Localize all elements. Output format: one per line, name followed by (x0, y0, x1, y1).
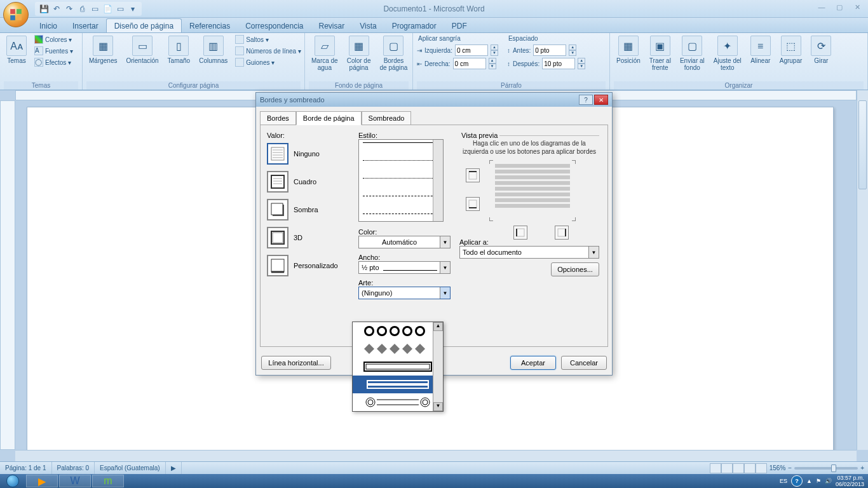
columnas-button[interactable]: ▥Columnas (196, 34, 230, 65)
zoom-slider[interactable] (794, 467, 858, 470)
border-left-button[interactable] (513, 226, 527, 240)
tab-diseno-pagina[interactable]: Diseño de página (106, 18, 182, 32)
guiones-button[interactable]: Guiones ▾ (234, 57, 302, 67)
status-language[interactable]: Español (Guatemala) (95, 462, 166, 474)
aplicar-combo[interactable]: Todo el documento▼ (459, 246, 599, 259)
tamano-button[interactable]: ▯Tamaño (165, 34, 193, 65)
status-macro-icon[interactable]: ▶ (166, 462, 182, 474)
saltos-button[interactable]: Saltos ▾ (234, 34, 302, 44)
start-button[interactable] (0, 474, 25, 488)
margenes-button[interactable]: ▦Márgenes (86, 34, 119, 65)
girar-button[interactable]: ⟳Girar (808, 34, 834, 65)
bordes-pagina-button[interactable]: ▢Bordes de página (377, 34, 410, 72)
temas-button[interactable]: Aᴀ Temas (4, 34, 29, 65)
tray-volume-icon[interactable]: 🔊 (825, 478, 832, 484)
tab-sombreado[interactable]: Sombreado (362, 111, 412, 125)
agrupar-button[interactable]: ⬚Agrupar (777, 34, 805, 65)
tray-flag-icon[interactable]: ⚑ (816, 478, 821, 484)
art-option-1[interactable] (353, 322, 443, 340)
posicion-button[interactable]: ▦Posición (614, 34, 643, 65)
minimize-button[interactable]: — (813, 1, 830, 13)
vertical-scrollbar[interactable] (857, 90, 868, 450)
tab-inicio[interactable]: Inicio (32, 19, 65, 32)
tab-correspondencia[interactable]: Correspondencia (238, 19, 311, 32)
qat-open-icon[interactable]: 📄 (102, 4, 112, 14)
enviar-fondo-button[interactable]: ▢Enviar al fondo (677, 34, 707, 72)
traer-frente-button[interactable]: ▣Traer al frente (647, 34, 674, 72)
zoom-out-button[interactable]: − (788, 464, 792, 471)
numeros-linea-button[interactable]: Números de línea ▾ (234, 46, 302, 56)
setting-sombra[interactable]: Sombra (267, 199, 349, 220)
scroll-thumb[interactable] (858, 100, 867, 189)
border-right-button[interactable] (555, 226, 569, 240)
alinear-button[interactable]: ≡Alinear (748, 34, 773, 65)
close-button[interactable]: ✕ (849, 1, 865, 13)
qat-redo-icon[interactable]: ↷ (64, 4, 74, 14)
derecha-input[interactable] (453, 58, 486, 69)
office-button[interactable] (3, 2, 29, 27)
antes-spinner[interactable]: ▲▼ (569, 44, 576, 56)
zoom-in-button[interactable]: + (860, 464, 864, 471)
tray-clock[interactable]: 03:57 p.m. 06/02/2013 (836, 475, 864, 487)
setting-3d[interactable]: 3D (267, 227, 349, 248)
qat-print-icon[interactable]: ⎙ (77, 4, 87, 14)
scroll-up-icon[interactable]: ▲ (433, 322, 443, 331)
border-top-button[interactable] (466, 168, 480, 182)
tray-help-icon[interactable]: ? (791, 475, 803, 487)
aceptar-button[interactable]: Aceptar (510, 356, 556, 370)
maximize-button[interactable]: ▢ (831, 1, 848, 13)
tab-revisar[interactable]: Revisar (311, 19, 353, 32)
task-media-player[interactable]: ▶ (26, 475, 58, 487)
border-bottom-button[interactable] (466, 197, 480, 211)
setting-personalizado[interactable]: Personalizado (267, 255, 349, 276)
orientacion-button[interactable]: ▭Orientación (123, 34, 161, 65)
task-word[interactable]: W (59, 475, 91, 487)
view-print-layout-button[interactable] (710, 463, 721, 473)
ajuste-texto-button[interactable]: ✦Ajuste del texto (711, 34, 744, 72)
scroll-down-icon[interactable]: ▼ (433, 402, 443, 411)
tab-insertar[interactable]: Insertar (65, 19, 106, 32)
setting-ninguno[interactable]: Ninguno (267, 143, 349, 165)
qat-save-icon[interactable]: 💾 (39, 4, 49, 14)
fuentes-button[interactable]: AFuentes ▾ (33, 46, 74, 56)
art-option-3[interactable] (353, 358, 443, 376)
dialog-help-button[interactable]: ? (579, 95, 593, 105)
ancho-combo[interactable]: ½ pto▼ (358, 261, 451, 274)
art-option-4-selected[interactable] (353, 376, 443, 393)
qat-more-icon[interactable]: ▾ (128, 4, 138, 14)
view-full-screen-button[interactable] (721, 463, 733, 473)
arte-dropdown-list[interactable]: ▲ ▼ (352, 322, 444, 412)
view-outline-button[interactable] (744, 463, 756, 473)
qat-new-icon[interactable]: ▭ (90, 4, 100, 14)
dialog-close-button[interactable]: ✕ (594, 95, 608, 105)
despues-spinner[interactable]: ▲▼ (578, 58, 585, 69)
arte-combo[interactable]: (Ninguno)▼ (358, 287, 451, 299)
color-pagina-button[interactable]: ▦Color de página (344, 34, 374, 72)
zoom-percent[interactable]: 156% (770, 464, 786, 471)
style-listbox[interactable] (358, 139, 444, 222)
linea-horizontal-button[interactable]: Línea horizontal... (261, 356, 331, 370)
vertical-ruler[interactable] (0, 100, 15, 450)
tab-pdf[interactable]: PDF (444, 19, 475, 32)
colores-button[interactable]: Colores ▾ (33, 34, 74, 44)
view-web-layout-button[interactable] (733, 463, 744, 473)
dialog-titlebar[interactable]: Bordes y sombreado ? ✕ (256, 93, 612, 107)
despues-input[interactable] (542, 58, 575, 69)
tab-referencias[interactable]: Referencias (182, 19, 238, 32)
art-dropdown-scrollbar[interactable]: ▲ ▼ (433, 322, 443, 411)
style-scrollbar[interactable] (433, 140, 443, 221)
tab-vista[interactable]: Vista (352, 19, 384, 32)
color-combo[interactable]: Automático▼ (358, 236, 451, 248)
qat-item-icon[interactable]: ▭ (115, 4, 125, 14)
izquierda-input[interactable] (455, 44, 488, 56)
tab-borde-pagina[interactable]: Borde de página (296, 111, 362, 125)
izquierda-spinner[interactable]: ▲▼ (491, 44, 498, 56)
art-option-2[interactable] (353, 340, 443, 358)
horizontal-scrollbar[interactable] (15, 450, 857, 461)
view-draft-button[interactable] (756, 463, 767, 473)
status-page[interactable]: Página: 1 de 1 (0, 462, 52, 474)
tray-chevron-up-icon[interactable]: ▲ (806, 478, 812, 484)
zoom-thumb[interactable] (831, 464, 836, 472)
art-option-5[interactable] (353, 393, 443, 411)
tab-programador[interactable]: Programador (384, 19, 444, 32)
